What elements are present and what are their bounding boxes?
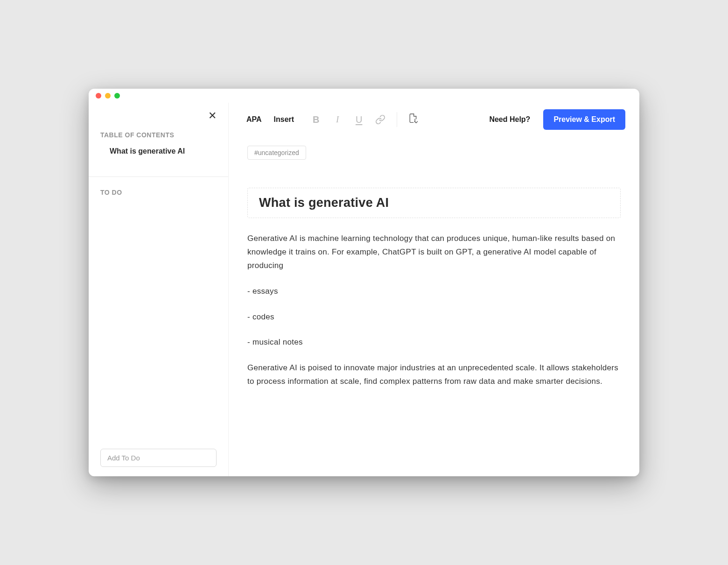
bold-icon[interactable]: B — [311, 114, 321, 125]
document-paragraph: - essays — [247, 285, 621, 298]
sidebar-header: ✕ — [89, 103, 228, 131]
document-title-box[interactable]: What is generative AI — [247, 188, 621, 218]
document-paragraph: Generative AI is poised to innovate majo… — [247, 361, 621, 388]
toolbar-divider — [397, 112, 397, 127]
document-body[interactable]: Generative AI is machine learning techno… — [247, 232, 621, 388]
app-window: ✕ TABLE OF CONTENTS What is generative A… — [89, 89, 639, 476]
document-paragraph: - codes — [247, 311, 621, 324]
page-export-icon[interactable] — [408, 113, 418, 126]
window-close-button[interactable] — [96, 93, 101, 99]
close-sidebar-icon[interactable]: ✕ — [208, 110, 217, 122]
add-todo-input[interactable] — [100, 449, 217, 467]
table-of-contents-section: TABLE OF CONTENTS What is generative AI — [89, 131, 228, 155]
preview-export-button[interactable]: Preview & Export — [543, 109, 625, 130]
insert-button[interactable]: Insert — [270, 113, 298, 127]
document-title: What is generative AI — [259, 196, 609, 210]
todo-section: TO DO — [89, 189, 228, 476]
main-area: APA Insert B I U — [229, 103, 639, 476]
sidebar-divider — [89, 177, 228, 177]
document-paragraph: Generative AI is machine learning techno… — [247, 232, 621, 273]
sidebar: ✕ TABLE OF CONTENTS What is generative A… — [89, 103, 229, 476]
underline-icon[interactable]: U — [354, 114, 364, 125]
format-group: B I U — [311, 114, 385, 125]
document-paragraph: - musical notes — [247, 336, 621, 349]
toolbar: APA Insert B I U — [229, 103, 639, 136]
window-minimize-button[interactable] — [105, 93, 111, 99]
link-icon[interactable] — [375, 114, 385, 125]
toc-item[interactable]: What is generative AI — [100, 147, 217, 155]
italic-icon[interactable]: I — [332, 114, 343, 125]
toc-label: TABLE OF CONTENTS — [100, 131, 217, 139]
help-link[interactable]: Need Help? — [489, 115, 530, 124]
todo-label: TO DO — [100, 189, 217, 196]
window-titlebar — [89, 89, 639, 103]
todo-input-wrapper — [100, 449, 217, 467]
citation-style-button[interactable]: APA — [243, 113, 266, 127]
document-tag[interactable]: #uncategorized — [247, 146, 306, 160]
window-maximize-button[interactable] — [114, 93, 120, 99]
editor-area[interactable]: #uncategorized What is generative AI Gen… — [229, 136, 639, 476]
app-content: ✕ TABLE OF CONTENTS What is generative A… — [89, 103, 639, 476]
